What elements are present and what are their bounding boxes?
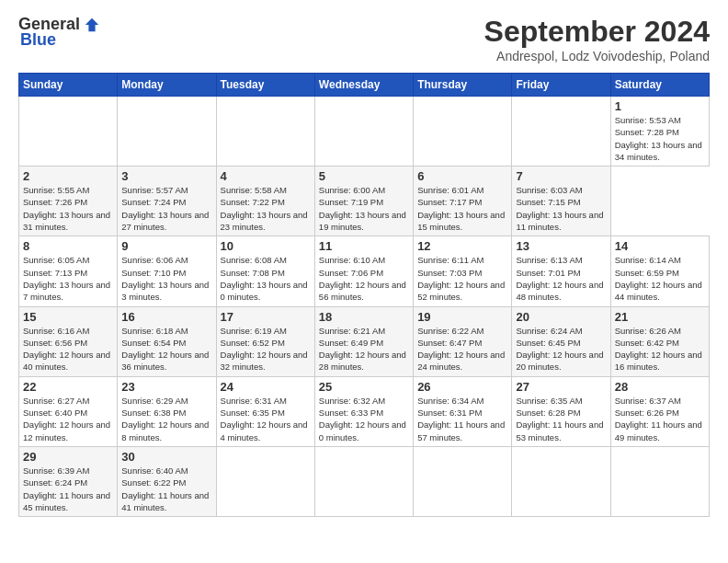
day-info: Sunrise: 6:01 AMSunset: 7:17 PMDaylight:… xyxy=(417,184,507,233)
logo: General Blue xyxy=(18,15,100,50)
calendar-cell xyxy=(118,97,216,167)
calendar-cell: 19 Sunrise: 6:22 AMSunset: 6:47 PMDaylig… xyxy=(414,306,512,376)
day-number: 21 xyxy=(615,310,705,324)
calendar-cell: 3 Sunrise: 5:57 AMSunset: 7:24 PMDayligh… xyxy=(118,167,216,236)
day-info: Sunrise: 6:31 AMSunset: 6:35 PMDaylight:… xyxy=(221,395,311,443)
day-info: Sunrise: 5:53 AMSunset: 7:28 PMDaylight:… xyxy=(615,114,705,163)
day-number: 29 xyxy=(23,450,113,464)
day-info: Sunrise: 6:34 AMSunset: 6:31 PMDaylight:… xyxy=(417,395,507,443)
day-info: Sunrise: 6:24 AMSunset: 6:45 PMDaylight:… xyxy=(516,325,606,373)
day-info: Sunrise: 6:11 AMSunset: 7:03 PMDaylight:… xyxy=(417,254,507,303)
day-info: Sunrise: 6:00 AMSunset: 7:19 PMDaylight:… xyxy=(319,184,409,233)
day-number: 7 xyxy=(516,169,606,183)
day-number: 22 xyxy=(23,380,113,394)
day-number: 28 xyxy=(615,380,705,394)
col-tuesday: Tuesday xyxy=(216,74,314,97)
calendar-cell: 17 Sunrise: 6:19 AMSunset: 6:52 PMDaylig… xyxy=(216,306,314,376)
calendar-header-row: Sunday Monday Tuesday Wednesday Thursday… xyxy=(19,74,710,97)
calendar-week-row: 2 Sunrise: 5:55 AMSunset: 7:26 PMDayligh… xyxy=(19,167,710,236)
day-info: Sunrise: 6:40 AMSunset: 6:22 PMDaylight:… xyxy=(121,465,211,513)
day-number: 27 xyxy=(516,380,606,394)
calendar-cell xyxy=(314,97,413,167)
day-info: Sunrise: 6:03 AMSunset: 7:15 PMDaylight:… xyxy=(516,184,606,233)
title-block: September 2024 Andrespol, Lodz Voivodesh… xyxy=(484,15,710,63)
day-info: Sunrise: 6:39 AMSunset: 6:24 PMDaylight:… xyxy=(23,465,113,513)
col-saturday: Saturday xyxy=(610,74,709,97)
col-wednesday: Wednesday xyxy=(314,74,413,97)
day-number: 24 xyxy=(221,380,311,394)
logo-blue: Blue xyxy=(20,30,56,50)
col-thursday: Thursday xyxy=(414,74,512,97)
calendar-week-row: 29 Sunrise: 6:39 AMSunset: 6:24 PMDaylig… xyxy=(19,446,710,516)
calendar-cell: 1 Sunrise: 5:53 AMSunset: 7:28 PMDayligh… xyxy=(610,97,709,167)
calendar-cell: 8 Sunrise: 6:05 AMSunset: 7:13 PMDayligh… xyxy=(19,236,118,306)
calendar-cell: 25 Sunrise: 6:32 AMSunset: 6:33 PMDaylig… xyxy=(314,376,413,446)
calendar-cell xyxy=(314,446,413,516)
day-number: 6 xyxy=(417,169,507,183)
calendar-cell: 18 Sunrise: 6:21 AMSunset: 6:49 PMDaylig… xyxy=(314,306,413,376)
calendar-cell: 30 Sunrise: 6:40 AMSunset: 6:22 PMDaylig… xyxy=(118,446,216,516)
page: General Blue September 2024 Andrespol, L… xyxy=(0,0,728,563)
day-number: 11 xyxy=(319,239,409,253)
calendar-cell: 4 Sunrise: 5:58 AMSunset: 7:22 PMDayligh… xyxy=(216,167,314,236)
calendar-cell xyxy=(414,446,512,516)
day-number: 4 xyxy=(221,169,311,183)
day-number: 5 xyxy=(319,169,409,183)
day-info: Sunrise: 6:26 AMSunset: 6:42 PMDaylight:… xyxy=(615,325,705,373)
calendar-week-row: 1 Sunrise: 5:53 AMSunset: 7:28 PMDayligh… xyxy=(19,97,710,167)
day-info: Sunrise: 6:37 AMSunset: 6:26 PMDaylight:… xyxy=(615,395,705,443)
day-number: 13 xyxy=(516,239,606,253)
day-number: 14 xyxy=(615,239,705,253)
day-number: 3 xyxy=(121,169,211,183)
day-info: Sunrise: 6:16 AMSunset: 6:56 PMDaylight:… xyxy=(23,325,113,373)
day-info: Sunrise: 6:35 AMSunset: 6:28 PMDaylight:… xyxy=(516,395,606,443)
calendar-cell: 2 Sunrise: 5:55 AMSunset: 7:26 PMDayligh… xyxy=(19,167,118,236)
day-number: 19 xyxy=(417,310,507,324)
calendar-week-row: 22 Sunrise: 6:27 AMSunset: 6:40 PMDaylig… xyxy=(19,376,710,446)
calendar-cell xyxy=(216,97,314,167)
day-info: Sunrise: 5:58 AMSunset: 7:22 PMDaylight:… xyxy=(221,184,311,233)
calendar-cell xyxy=(216,446,314,516)
day-info: Sunrise: 6:06 AMSunset: 7:10 PMDaylight:… xyxy=(121,254,211,303)
calendar-week-row: 8 Sunrise: 6:05 AMSunset: 7:13 PMDayligh… xyxy=(19,236,710,306)
calendar-cell xyxy=(512,97,610,167)
day-number: 9 xyxy=(121,239,211,253)
calendar-cell: 24 Sunrise: 6:31 AMSunset: 6:35 PMDaylig… xyxy=(216,376,314,446)
calendar-cell: 27 Sunrise: 6:35 AMSunset: 6:28 PMDaylig… xyxy=(512,376,610,446)
day-info: Sunrise: 6:08 AMSunset: 7:08 PMDaylight:… xyxy=(221,254,311,303)
col-sunday: Sunday xyxy=(19,74,118,97)
calendar-cell: 9 Sunrise: 6:06 AMSunset: 7:10 PMDayligh… xyxy=(118,236,216,306)
day-number: 25 xyxy=(319,380,409,394)
day-number: 12 xyxy=(417,239,507,253)
day-info: Sunrise: 6:21 AMSunset: 6:49 PMDaylight:… xyxy=(319,325,409,373)
calendar-cell: 26 Sunrise: 6:34 AMSunset: 6:31 PMDaylig… xyxy=(414,376,512,446)
calendar-cell: 28 Sunrise: 6:37 AMSunset: 6:26 PMDaylig… xyxy=(610,376,709,446)
day-info: Sunrise: 6:19 AMSunset: 6:52 PMDaylight:… xyxy=(221,325,311,373)
calendar-week-row: 15 Sunrise: 6:16 AMSunset: 6:56 PMDaylig… xyxy=(19,306,710,376)
day-info: Sunrise: 5:57 AMSunset: 7:24 PMDaylight:… xyxy=(121,184,211,233)
day-info: Sunrise: 6:05 AMSunset: 7:13 PMDaylight:… xyxy=(23,254,113,303)
calendar-cell: 16 Sunrise: 6:18 AMSunset: 6:54 PMDaylig… xyxy=(118,306,216,376)
day-number: 26 xyxy=(417,380,507,394)
day-number: 16 xyxy=(121,310,211,324)
calendar-cell: 7 Sunrise: 6:03 AMSunset: 7:15 PMDayligh… xyxy=(512,167,610,236)
calendar-cell: 10 Sunrise: 6:08 AMSunset: 7:08 PMDaylig… xyxy=(216,236,314,306)
calendar-cell xyxy=(512,446,610,516)
calendar-cell xyxy=(19,97,118,167)
day-info: Sunrise: 6:13 AMSunset: 7:01 PMDaylight:… xyxy=(516,254,606,303)
calendar-cell xyxy=(610,446,709,516)
calendar-cell: 29 Sunrise: 6:39 AMSunset: 6:24 PMDaylig… xyxy=(19,446,118,516)
calendar-cell: 20 Sunrise: 6:24 AMSunset: 6:45 PMDaylig… xyxy=(512,306,610,376)
calendar-cell xyxy=(414,97,512,167)
svg-marker-0 xyxy=(85,17,98,30)
calendar: Sunday Monday Tuesday Wednesday Thursday… xyxy=(18,73,710,517)
day-number: 2 xyxy=(23,169,113,183)
day-number: 23 xyxy=(121,380,211,394)
col-monday: Monday xyxy=(118,74,216,97)
day-number: 15 xyxy=(23,310,113,324)
calendar-cell: 12 Sunrise: 6:11 AMSunset: 7:03 PMDaylig… xyxy=(414,236,512,306)
day-info: Sunrise: 6:27 AMSunset: 6:40 PMDaylight:… xyxy=(23,395,113,443)
logo-icon xyxy=(84,17,100,33)
day-number: 8 xyxy=(23,239,113,253)
header: General Blue September 2024 Andrespol, L… xyxy=(18,15,710,63)
